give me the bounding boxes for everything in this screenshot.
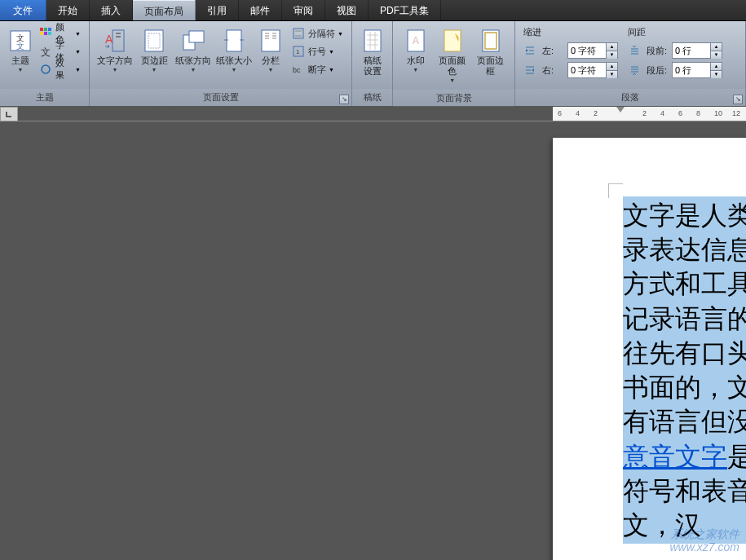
margins-button[interactable]: 页边距 ▼ [135, 24, 173, 76]
manuscript-label: 稿纸 设置 [364, 55, 382, 77]
indent-right-input[interactable] [568, 63, 606, 77]
tab-review[interactable]: 审阅 [282, 0, 325, 20]
paragraph-launcher[interactable]: ↘ [733, 95, 743, 104]
themes-button[interactable]: 文文 主题 ▼ [5, 24, 36, 76]
spacing-after-label: 段后: [647, 64, 669, 77]
ruler-tick: 2 [642, 109, 647, 117]
text-direction-icon: A [102, 28, 128, 54]
spacing-after-input[interactable] [673, 63, 710, 77]
group-background-label: 页面背景 [393, 90, 514, 107]
spacing-before-label: 段前: [647, 45, 669, 57]
spin-down[interactable]: ▼ [606, 71, 617, 78]
ruler-tick: 8 [696, 109, 700, 117]
manuscript-icon [360, 28, 386, 54]
page-setup-launcher[interactable]: ↘ [339, 95, 349, 104]
spin-up[interactable]: ▲ [710, 63, 722, 71]
svg-point-10 [42, 65, 50, 73]
manuscript-settings-button[interactable]: 稿纸 设置 [357, 24, 388, 80]
tab-home[interactable]: 开始 [46, 0, 90, 20]
watermark-button[interactable]: A 水印 ▼ [398, 24, 433, 76]
hyphenation-button[interactable]: bc 断字 ▼ [289, 60, 347, 78]
svg-rect-5 [48, 28, 51, 31]
ruler-tick: 10 [714, 109, 722, 117]
paper-size-label: 纸张大小 [216, 55, 252, 66]
svg-rect-6 [40, 32, 43, 35]
group-page-setup: A 文字方向 ▼ 页边距 ▼ 纸张方向 ▼ [90, 21, 352, 106]
watermark-line2: www.xz7.com [669, 541, 739, 553]
spin-up[interactable]: ▲ [606, 43, 617, 51]
spacing-before-row: 段前: ▲▼ [628, 41, 722, 60]
chevron-down-icon: ▼ [413, 67, 418, 73]
svg-rect-7 [44, 32, 47, 35]
watermark-line1: 系统之家软件 [669, 528, 739, 540]
ruler-tick: 12 [732, 109, 740, 117]
effects-icon [39, 63, 52, 76]
ruler-indent-marker[interactable] [616, 107, 625, 112]
chevron-down-icon: ▼ [449, 77, 455, 83]
group-page-background: A 水印 ▼ 页面颜色 ▼ 页面边框 页面背景 [393, 21, 515, 106]
paper-size-button[interactable]: 纸张大小 ▼ [214, 24, 254, 76]
text-direction-button[interactable]: A 文字方向 ▼ [95, 24, 135, 76]
svg-text:bc: bc [293, 66, 301, 74]
orientation-button[interactable]: 纸张方向 ▼ [173, 24, 214, 76]
page-border-button[interactable]: 页面边框 [471, 24, 510, 80]
fonts-icon: 文 [39, 45, 52, 58]
page-color-label: 页面颜色 [435, 55, 469, 77]
tab-file[interactable]: 文件 [0, 0, 46, 20]
svg-rect-18 [189, 31, 204, 42]
indent-left-spinner[interactable]: ▲▼ [567, 42, 618, 59]
margins-label: 页边距 [141, 55, 168, 66]
chevron-down-icon: ▼ [329, 67, 334, 73]
watermark-label: 水印 [407, 55, 425, 66]
columns-icon [258, 28, 284, 54]
spin-up[interactable]: ▲ [606, 63, 617, 71]
theme-effects-button[interactable]: 效果 ▼ [36, 60, 84, 78]
horizontal-ruler[interactable]: 6 4 2 2 4 6 8 10 12 [0, 107, 746, 121]
tab-view[interactable]: 视图 [325, 0, 369, 20]
indent-right-icon [523, 64, 536, 77]
spin-down[interactable]: ▼ [710, 71, 722, 78]
svg-rect-8 [48, 32, 51, 35]
document-canvas[interactable]: 文字是人类录表达信息方式和工具记录语言的往先有口头书面的，文有语言但没意音文字是… [0, 121, 746, 560]
ruler-tick: 2 [594, 109, 598, 117]
selected-text[interactable]: 文字是人类录表达信息方式和工具记录语言的往先有口头书面的，文有语言但没意音文字是… [623, 196, 746, 544]
indent-left-icon [523, 44, 536, 57]
theme-effects-label: 效果 [55, 57, 73, 82]
spin-down[interactable]: ▼ [710, 51, 722, 59]
chevron-down-icon: ▼ [75, 67, 81, 73]
indent-right-spinner[interactable]: ▲▼ [567, 62, 618, 78]
spacing-after-spinner[interactable]: ▲▼ [672, 62, 722, 78]
spacing-after-row: 段后: ▲▼ [628, 60, 722, 80]
spacing-before-input[interactable] [673, 43, 710, 58]
site-watermark: 系统之家软件 www.xz7.com [669, 528, 739, 553]
orientation-label: 纸张方向 [175, 55, 211, 66]
ruler-corner[interactable] [0, 107, 18, 121]
breaks-label: 分隔符 [308, 28, 335, 40]
chevron-down-icon: ▼ [232, 67, 237, 73]
indent-left-input[interactable] [568, 43, 606, 58]
svg-rect-29 [294, 29, 303, 38]
page-color-button[interactable]: 页面颜色 ▼ [433, 24, 471, 86]
spacing-before-spinner[interactable]: ▲▼ [672, 42, 722, 59]
group-theme-label: 主题 [0, 89, 89, 106]
tab-pdf-tools[interactable]: PDF工具集 [369, 0, 441, 20]
columns-button[interactable]: 分栏 ▼ [254, 24, 287, 76]
line-numbers-icon: 1 [292, 45, 305, 58]
tab-page-layout[interactable]: 页面布局 [133, 0, 196, 20]
svg-text:文: 文 [41, 46, 51, 57]
tab-references[interactable]: 引用 [196, 0, 239, 20]
document-page[interactable]: 文字是人类录表达信息方式和工具记录语言的往先有口头书面的，文有语言但没意音文字是… [553, 138, 746, 560]
tab-mail[interactable]: 邮件 [239, 0, 282, 20]
svg-rect-4 [44, 28, 47, 31]
spin-up[interactable]: ▲ [710, 43, 722, 51]
ruler-active[interactable]: 6 4 2 2 4 6 8 10 12 [553, 107, 746, 121]
line-numbers-button[interactable]: 1 行号 ▼ [289, 42, 347, 60]
colors-icon [39, 27, 52, 40]
tab-insert[interactable]: 插入 [90, 0, 133, 20]
svg-rect-22 [262, 30, 280, 51]
themes-icon: 文文 [7, 28, 33, 54]
spin-down[interactable]: ▼ [606, 51, 617, 59]
spacing-after-icon [628, 64, 641, 77]
indent-left-label: 左: [542, 45, 565, 57]
breaks-button[interactable]: 分隔符 ▼ [289, 24, 347, 42]
